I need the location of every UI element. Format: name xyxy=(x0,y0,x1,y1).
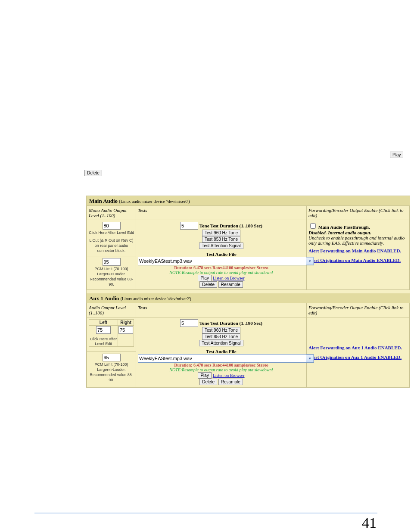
main-dur-label: Tone Test Duration (1..180 Sec) xyxy=(199,223,262,228)
main-audio-subtitle: (Linux audio mixer device '/dev/mixer0') xyxy=(119,199,190,204)
main-file-select[interactable]: WeeklyEAStest.mp3.wav ▾ xyxy=(138,257,314,265)
aux1-tests-cell: Tone Test Duration (1..180 Sec) Test 960… xyxy=(136,317,307,387)
aux1-test-attn-button[interactable]: Test Attention Signal xyxy=(199,340,243,346)
main-level-hint: L Out (& R Out on Rev C) on rear panel a… xyxy=(89,238,133,253)
main-dur-line: Duration: 6.478 secs Rate:44100 samples/… xyxy=(138,265,305,270)
main-level-click-here[interactable]: Click Here After Level Edit xyxy=(89,230,134,235)
aux1-audio-subtitle: (Linux audio mixer device '/dev/mixer2') xyxy=(121,296,191,301)
main-dur-input[interactable] xyxy=(180,222,198,230)
main-pcm-label: PCM Limit (70-100) Larger=>Louder. Recom… xyxy=(90,267,133,286)
main-play-button[interactable]: Play xyxy=(198,275,211,281)
aux1-resample-note: NOTE:Resample to output rate to avoid pl… xyxy=(138,367,305,372)
aux1-listen-link[interactable]: Listen on Browser xyxy=(213,373,245,378)
main-hdr-level: Mono Audio Output Level (1..100) xyxy=(87,206,136,220)
aux1-left-label: Left xyxy=(100,320,107,325)
page-number: 41 xyxy=(362,515,377,531)
aux1-delete-button[interactable]: Delete xyxy=(199,379,217,385)
main-listen-link[interactable]: Listen on Browser xyxy=(213,276,245,280)
aux1-resample-button[interactable]: Resample xyxy=(218,379,243,385)
main-resample-note: NOTE:Resample to output rate to avoid pl… xyxy=(138,270,305,275)
main-passthrough-label: Main Audio Passthrough. xyxy=(318,224,370,230)
main-resample-button[interactable]: Resample xyxy=(218,281,243,288)
aux1-audio-title-text: Aux 1 Audio xyxy=(89,295,119,302)
main-pcm-cell: PCM Limit (70-100) Larger=>Louder. Recom… xyxy=(87,256,136,290)
aux1-level-cell: Left Right Click Here After Level Edit xyxy=(87,317,136,352)
aux1-file-value: WeeklyEAStest.mp3.wav xyxy=(139,356,192,361)
aux1-left-input[interactable] xyxy=(96,326,111,334)
main-file-value: WeeklyEAStest.mp3.wav xyxy=(139,258,192,264)
aux1-dur-label: Tone Test Duration (1..180 Sec) xyxy=(199,320,262,326)
aux1-pcm-input[interactable] xyxy=(103,354,121,361)
aux1-audio-table: Audio Output Level (1..100) Tests Forwar… xyxy=(87,303,410,387)
main-audio-title-text: Main Audio xyxy=(89,198,118,204)
main-pcm-input[interactable] xyxy=(103,258,121,266)
main-passthrough-hint: Uncheck to enable passthrough and intern… xyxy=(308,235,408,246)
aux1-hdr-level: Audio Output Level (1..100) xyxy=(87,303,136,317)
chevron-down-icon: ▾ xyxy=(306,257,314,265)
main-level-cell: Click Here After Level Edit L Out (& R O… xyxy=(87,220,136,256)
main-hdr-tests: Tests xyxy=(136,206,307,220)
aux1-test-853-button[interactable]: Test 853 Hz Tone xyxy=(202,333,240,340)
aux1-dur-line: Duration: 6.478 secs Rate:44100 samples/… xyxy=(138,363,305,367)
aux1-file-label: Test Audio File xyxy=(206,349,237,354)
main-hdr-fwd: Forwarding/Encoder Output Enable (Click … xyxy=(307,206,410,220)
main-delete-button[interactable]: Delete xyxy=(199,281,217,288)
aux1-forwarding-link[interactable]: Alert Forwarding on Aux 1 Audio ENABLED. xyxy=(308,345,402,350)
aux1-origination-link[interactable]: Alert Origination on Aux 1 Audio ENABLED… xyxy=(308,355,402,360)
delete-button-top[interactable]: Delete xyxy=(84,170,102,176)
aux1-pcm-cell: PCM Limit (70-100) Larger=>Louder. Recom… xyxy=(87,352,136,387)
aux1-hdr-fwd: Forwarding/Encoder Output Enable (Click … xyxy=(307,303,410,317)
main-test-853-button[interactable]: Test 853 Hz Tone xyxy=(202,236,240,243)
main-tests-cell: Tone Test Duration (1..180 Sec) Test 960… xyxy=(136,220,307,290)
aux1-dur-input[interactable] xyxy=(180,319,198,327)
aux1-hdr-tests: Tests xyxy=(136,303,307,317)
main-test-960-button[interactable]: Test 960 Hz Tone xyxy=(202,230,240,236)
aux1-right-input[interactable] xyxy=(118,326,133,334)
aux1-pcm-label: PCM Limit (70-100) Larger=>Louder. Recom… xyxy=(90,362,133,382)
aux1-audio-title: Aux 1 Audio (Linux audio mixer device '/… xyxy=(87,293,410,303)
main-audio-table: Mono Audio Output Level (1..100) Tests F… xyxy=(87,205,410,290)
aux1-test-960-button[interactable]: Test 960 Hz Tone xyxy=(202,327,240,333)
aux1-click-here[interactable]: Click Here After Level Edit xyxy=(90,337,117,346)
main-file-label: Test Audio File xyxy=(206,252,237,257)
main-test-attn-button[interactable]: Test Attention Signal xyxy=(199,243,243,249)
main-level-input[interactable] xyxy=(103,222,121,230)
audio-settings-panel: Main Audio (Linux audio mixer device '/d… xyxy=(86,196,410,388)
footer-rule xyxy=(34,513,377,513)
main-forwarding-link[interactable]: Alert Forwarding on Main Audio ENABLED. xyxy=(308,248,401,253)
play-button-top[interactable]: Play xyxy=(390,152,403,158)
aux1-fwd-cell: Alert Forwarding on Aux 1 Audio ENABLED.… xyxy=(307,317,410,387)
chevron-down-icon: ▾ xyxy=(306,355,314,362)
aux1-play-button[interactable]: Play xyxy=(198,372,211,379)
main-passthrough-checkbox[interactable] xyxy=(310,223,316,229)
main-passthrough-disabled: Disabled. Internal audio output. xyxy=(308,230,408,235)
aux1-right-label: Right xyxy=(120,320,131,325)
main-passthrough-checkbox-row[interactable]: Main Audio Passthrough. xyxy=(308,224,370,230)
main-fwd-cell: Main Audio Passthrough. Disabled. Intern… xyxy=(307,220,410,290)
main-origination-link[interactable]: Alert Origination on Main Audio ENABLED. xyxy=(308,258,401,263)
aux1-file-select[interactable]: WeeklyEAStest.mp3.wav ▾ xyxy=(138,354,314,363)
main-audio-title: Main Audio (Linux audio mixer device '/d… xyxy=(87,196,410,205)
